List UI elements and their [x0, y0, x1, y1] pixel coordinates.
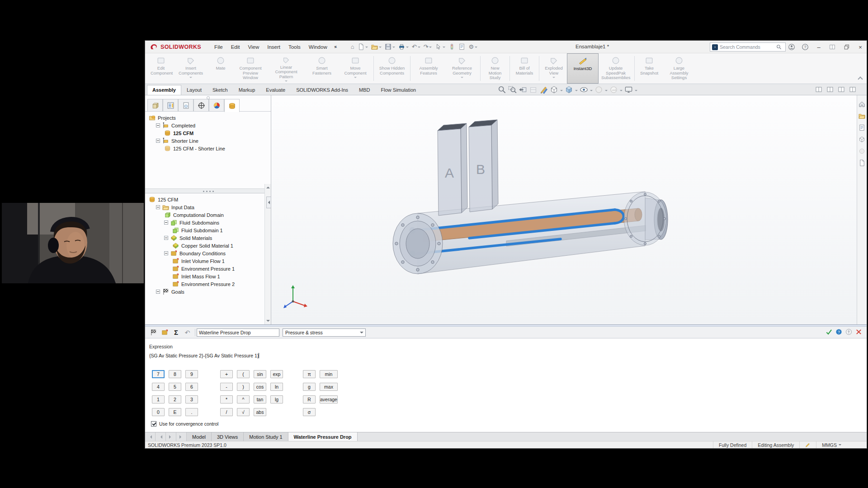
tree-item-125-cfm[interactable]: 125 CFM [145, 129, 271, 137]
file-properties-button[interactable] [457, 42, 467, 51]
two-view-vertical-icon[interactable] [838, 86, 845, 93]
tree-item-environment-pressure-2[interactable]: Environment Pressure 2 [145, 280, 271, 288]
property-manager-tab[interactable] [163, 99, 178, 111]
open-button[interactable] [370, 42, 383, 51]
tab-layout[interactable]: Layout [181, 85, 207, 95]
apply-scene-icon[interactable] [609, 85, 618, 94]
key-divide[interactable]: / [220, 408, 233, 416]
menu-pin-icon[interactable]: ✦ [332, 43, 339, 51]
undo-button[interactable]: ↶ [410, 43, 422, 51]
panel-handle[interactable] [145, 95, 271, 99]
key-0[interactable]: 0 [152, 408, 165, 416]
select-button[interactable] [434, 42, 447, 51]
key-abs[interactable]: abs [254, 408, 266, 416]
ribbon-bill-of-materials[interactable]: Bill of Materials [511, 53, 538, 84]
home-button[interactable]: ⌂ [349, 43, 356, 51]
scroll-down-icon[interactable] [266, 320, 270, 324]
key-9[interactable]: 9 [185, 370, 198, 378]
hide-show-items-icon[interactable] [579, 85, 589, 94]
dropdown-icon[interactable] [635, 90, 637, 93]
key-dot[interactable]: . [185, 408, 198, 416]
tree-item-shorter-line[interactable]: Shorter Line [145, 137, 271, 145]
select-dropdown-icon[interactable] [443, 47, 445, 49]
dropdown-icon[interactable] [189, 77, 192, 80]
key-8[interactable]: 8 [169, 370, 181, 378]
first-tab-button[interactable] [145, 432, 156, 441]
ribbon-show-hidden-components[interactable]: Show Hidden Components [375, 53, 409, 84]
dimensionality-dropdown[interactable]: Pressure & stress [283, 328, 366, 337]
tree-item-fluid-subdomain-1[interactable]: Fluid Subdomain 1 [145, 226, 271, 234]
key-cos[interactable]: cos [254, 383, 266, 391]
graphics-viewport[interactable]: A B [271, 95, 857, 324]
help-icon[interactable] [801, 43, 810, 51]
key-3[interactable]: 3 [185, 395, 198, 404]
expander-icon[interactable] [164, 236, 168, 240]
task-pane-resources-icon[interactable] [859, 101, 865, 108]
menu-edit[interactable]: Edit [227, 42, 244, 52]
options-button[interactable]: ⚙ [467, 43, 479, 51]
tree-item-solid-materials[interactable]: Solid Materials [145, 234, 271, 242]
split-view-button[interactable] [827, 42, 838, 52]
units-selector[interactable]: MMGS [816, 441, 847, 448]
key-7[interactable]: 7 [152, 370, 165, 378]
menu-insert[interactable]: Insert [263, 42, 284, 52]
dropdown-icon[interactable] [620, 90, 623, 93]
task-pane-custom-properties-icon[interactable] [859, 160, 865, 166]
tree-item-projects[interactable]: Projects [145, 114, 271, 122]
menu-file[interactable]: File [210, 42, 227, 52]
menu-window[interactable]: Window [305, 42, 331, 52]
previous-tab-button[interactable] [156, 432, 166, 441]
display-style-icon[interactable] [564, 85, 574, 94]
view-settings-icon[interactable] [624, 85, 633, 94]
featuremanager-tree-tab[interactable] [147, 99, 163, 111]
tree-item-inlet-mass-flow-1[interactable]: Inlet Mass Flow 1 [145, 272, 271, 280]
close-button[interactable]: × [855, 42, 866, 52]
ribbon-large-assembly-settings[interactable]: Large Assembly Settings [662, 53, 696, 84]
key-2[interactable]: 2 [169, 395, 181, 404]
tree-item-completed[interactable]: Completed [145, 122, 271, 129]
save-dropdown-icon[interactable] [392, 47, 395, 49]
key-lg[interactable]: lg [270, 395, 283, 404]
ribbon-linear-component-pattern[interactable]: Linear Component Pattern [267, 53, 305, 84]
ribbon-insert-components[interactable]: Insert Components [174, 53, 208, 84]
ribbon-collapse-icon[interactable] [858, 76, 863, 81]
tab-waterline-pressure-drop[interactable]: Waterline Pressure Drop [288, 432, 358, 441]
dropdown-icon[interactable] [552, 77, 555, 80]
dropdown-icon[interactable] [605, 90, 608, 93]
tree-item-copper-solid-material-1[interactable]: Copper Solid Material 1 [145, 242, 271, 249]
ribbon-update-speedpak[interactable]: Update SpeedPak Subassemblies [599, 53, 633, 84]
tree-item-computational-domain[interactable]: Computational Domain [145, 211, 271, 219]
login-icon[interactable] [787, 43, 796, 51]
tree-item-root-125-cfm[interactable]: 125 CFM [145, 196, 271, 203]
tab-sketch[interactable]: Sketch [207, 85, 233, 95]
key-5[interactable]: 5 [169, 383, 181, 391]
expression-input[interactable]: {SG Av Static Pressure 2}-{SG Av Static … [149, 353, 867, 358]
redo-button[interactable]: ↷ [422, 43, 434, 51]
last-tab-button[interactable] [176, 432, 187, 441]
convergence-checkbox[interactable] [151, 421, 156, 427]
goal-name-field[interactable] [197, 328, 279, 337]
dropdown-icon[interactable] [354, 77, 357, 80]
tree-item-125-cfm-shorter-line[interactable]: 125 CFM - Shorter Line [145, 145, 271, 152]
key-max[interactable]: max [320, 383, 338, 391]
single-view-icon[interactable] [815, 86, 822, 93]
tree-item-goals[interactable]: Goals [145, 288, 271, 296]
key-open-paren[interactable]: ( [237, 370, 250, 378]
key-6[interactable]: 6 [185, 383, 198, 391]
tab-3d-views[interactable]: 3D Views [212, 432, 244, 441]
undo-expression-icon[interactable]: ↶ [184, 328, 191, 336]
dropdown-icon[interactable] [285, 80, 288, 83]
open-dropdown-icon[interactable] [379, 47, 382, 49]
key-average[interactable]: average [320, 395, 338, 404]
panel-splitter[interactable] [145, 188, 271, 193]
print-dropdown-icon[interactable] [406, 47, 409, 49]
help-button[interactable] [835, 328, 842, 335]
scroll-up-icon[interactable] [266, 185, 270, 188]
rebuild-button[interactable] [447, 42, 457, 51]
new-document-button[interactable] [356, 42, 369, 51]
ribbon-edit-component[interactable]: Edit Component [148, 53, 174, 84]
key-4[interactable]: 4 [152, 383, 165, 391]
tree-item-input-data[interactable]: Input Data [145, 203, 271, 211]
expander-icon[interactable] [156, 290, 160, 294]
undo-dropdown-icon[interactable] [418, 47, 420, 49]
